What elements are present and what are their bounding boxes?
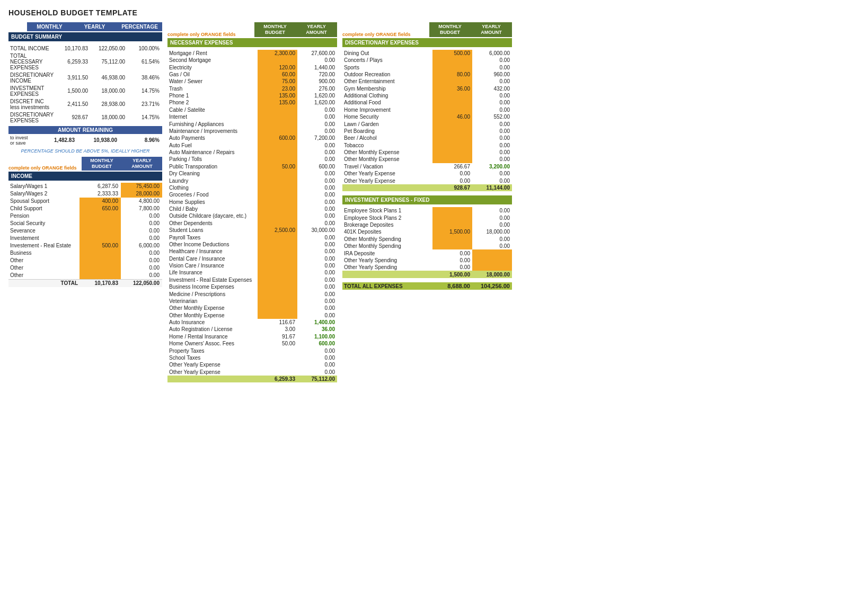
table-row: Parking / Tolls0.00 <box>167 156 337 163</box>
amount-remaining-label: AMOUNT REMAINING <box>8 126 162 134</box>
page-title: HOUSEHOLD BUDGET TEMPLATE <box>8 8 840 17</box>
table-row: Vision Care / Insurance0.00 <box>167 262 337 269</box>
table-row: School Taxes0.00 <box>167 354 337 361</box>
right-orange-note: complete only ORANGE fields <box>342 32 429 37</box>
table-row: Home Owners' Assoc. Fees50.00600.00 <box>167 340 337 347</box>
table-row: Tobacco0.00 <box>342 141 512 148</box>
table-row: Water / Sewer75.00900.00 <box>167 78 337 85</box>
table-row: Other Yearly Spending0.00 <box>342 264 512 271</box>
necessary-total-row: 6,259.33 75,112.00 <box>167 376 337 382</box>
table-row: Other Monthly Spending0.00 <box>342 243 512 249</box>
table-row: Dry Cleaning0.00 <box>167 170 337 177</box>
table-row: Salary/Wages 2 2,333.33 28,000.00 <box>8 190 162 198</box>
table-row: Student Loans2,500.0030,000.00 <box>167 227 337 234</box>
table-row: Internet0.00 <box>167 113 337 120</box>
table-row: Medicine / Prescriptions0.00 <box>167 290 337 297</box>
table-row: 401K Deposites1,500.0018,000.00 <box>342 228 512 235</box>
table-row: Gym Membership36.00432.00 <box>342 85 512 92</box>
table-row: Payroll Taxes0.00 <box>167 234 337 240</box>
table-row: DISCRET INC less investments 2,411.50 28… <box>8 97 162 111</box>
table-row: Additional Food0.00 <box>342 99 512 106</box>
necessary-expenses-bar: NECESSARY EXPENSES <box>167 38 337 47</box>
table-row: Spousal Support 400.00 4,800.00 <box>8 198 162 205</box>
table-row: TOTAL INCOME 10,170.83 122,050.00 100.00… <box>8 44 162 52</box>
table-row: Other Monthly Expense0.00 <box>167 311 337 318</box>
table-row: Healthcare / Insurance0.00 <box>167 248 337 255</box>
inv-expenses-table: Employee Stock Plans 10.00 Employee Stoc… <box>342 205 512 278</box>
table-row: Other Yearly Expense0.000.00 <box>342 170 512 177</box>
total-all-table: TOTAL ALL EXPENSES 8,688.00 104,256.00 <box>342 282 512 290</box>
table-row: Sports0.00 <box>342 64 512 70</box>
disc-expenses-table: Dining Out500.006,000.00 Concerts / Play… <box>342 48 512 192</box>
necessary-expenses-table: Mortgage / Rent2,300.0027,600.00 Second … <box>167 48 337 383</box>
table-row: Furnishing / Appliances0.00 <box>167 120 337 127</box>
right-col2-header: YEARLY AMOUNT <box>471 22 512 37</box>
income-col1-header: MONTHLY BUDGET <box>82 157 122 171</box>
table-row: DISCRETIONARY INCOME 3,911.50 46,938.00 … <box>8 71 162 84</box>
left-col-monthly: MONTHLY <box>27 22 72 31</box>
table-row: Phone 2135.001,620.00 <box>167 99 337 106</box>
table-row: Clothing0.00 <box>167 184 337 191</box>
table-row: Auto Registration / License3.0036.00 <box>167 326 337 333</box>
table-row: Investement - Real Estate 500.00 6,000.0… <box>8 242 162 249</box>
table-row: Business 0.00 <box>8 249 162 257</box>
table-row: Dining Out500.006,000.00 <box>342 50 512 57</box>
disc-total-row: 928.67 11,144.00 <box>342 184 512 191</box>
table-row: Property Taxes0.00 <box>167 347 337 354</box>
income-section-bar: INCOME <box>8 172 162 181</box>
table-row: Child / Baby0.00 <box>167 206 337 212</box>
table-row: DISCRETIONARY EXPENSES 928.67 18,000.00 … <box>8 111 162 124</box>
mid-col2-header: YEARLY AMOUNT <box>296 22 337 37</box>
table-row: Maintenance / Improvements0.00 <box>167 128 337 135</box>
table-row: Concerts / Plays0.00 <box>342 57 512 64</box>
income-orange-note: complete only ORANGE fields <box>8 165 82 171</box>
table-row: Dental Care / Insurance0.00 <box>167 255 337 262</box>
table-row: Social Security 0.00 <box>8 220 162 227</box>
table-row: Auto Payments600.007,200.00 <box>167 135 337 141</box>
amount-remaining-table: to invest or save 1,482.83 10,938.00 8.9… <box>8 134 162 146</box>
table-row: Travel / Vacation266.673,200.00 <box>342 163 512 170</box>
table-row: Outside Childcare (daycare, etc.)0.00 <box>167 212 337 219</box>
table-row: IRA Deposite0.00 <box>342 249 512 256</box>
table-row: Veterinarian0.00 <box>167 298 337 305</box>
table-row: Mortgage / Rent2,300.0027,600.00 <box>167 50 337 57</box>
table-row: Other Monthly Expense0.00 <box>342 156 512 163</box>
table-row: Other Enterntainment0.00 <box>342 78 512 85</box>
table-row: Public Transporation50.00600.00 <box>167 163 337 170</box>
table-row: Brokerage Deposites0.00 <box>342 221 512 228</box>
table-row: Other 0.00 <box>8 264 162 272</box>
table-row: Employee Stock Plans 10.00 <box>342 207 512 214</box>
table-row: Additional Clothing0.00 <box>342 92 512 99</box>
pct-note: PERCENTAGE SHOULD BE ABOVE 5%, IDEALLY H… <box>8 148 162 154</box>
table-row: Home Improvement0.00 <box>342 106 512 113</box>
table-row: Other Monthly Expense0.00 <box>342 149 512 156</box>
right-col1-header: MONTHLY BUDGET <box>429 22 471 37</box>
summary-table: TOTAL INCOME 10,170.83 122,050.00 100.00… <box>8 42 162 124</box>
left-panel: MONTHLY YEARLY PERCENTAGE BUDGET SUMMARY… <box>8 22 162 287</box>
table-row: Home Security46.00552.00 <box>342 113 512 120</box>
table-row: Other 0.00 <box>8 272 162 280</box>
table-row: Business Income Expenses0.00 <box>167 283 337 290</box>
table-row: Home / Rental Insurance91.671,100.00 <box>167 333 337 340</box>
amount-remaining-row: to invest or save 1,482.83 10,938.00 8.9… <box>8 134 162 146</box>
table-row: Other 0.00 <box>8 257 162 264</box>
table-row: Pet Boarding0.00 <box>342 128 512 135</box>
table-row: Other Yearly Spending0.00 <box>342 257 512 264</box>
table-row: Home Supplies0.00 <box>167 198 337 205</box>
left-col-yearly: YEARLY <box>72 22 117 31</box>
table-row: Other Yearly Expense0.00 <box>167 361 337 368</box>
mid-orange-note: complete only ORANGE fields <box>167 32 254 37</box>
income-total-row: TOTAL 10,170.83 122,050.00 <box>8 279 162 287</box>
mid-panel: complete only ORANGE fields MONTHLY BUDG… <box>167 22 337 382</box>
budget-summary-bar: BUDGET SUMMARY <box>8 32 162 41</box>
table-row: Life Insurance0.00 <box>167 269 337 276</box>
table-row: Auto Maintenance / Repairs0.00 <box>167 149 337 156</box>
table-row: Outdoor Recreation80.00960.00 <box>342 71 512 78</box>
table-row: Gas / Oil60.00720.00 <box>167 71 337 78</box>
table-row: Lawn / Garden0.00 <box>342 120 512 127</box>
table-row: Trash23.00276.00 <box>167 85 337 92</box>
total-all-row: TOTAL ALL EXPENSES 8,688.00 104,256.00 <box>342 282 512 290</box>
table-row: Other Dependents0.00 <box>167 220 337 227</box>
table-row: Cable / Satelite0.00 <box>167 106 337 113</box>
table-row: Severance 0.00 <box>8 227 162 235</box>
